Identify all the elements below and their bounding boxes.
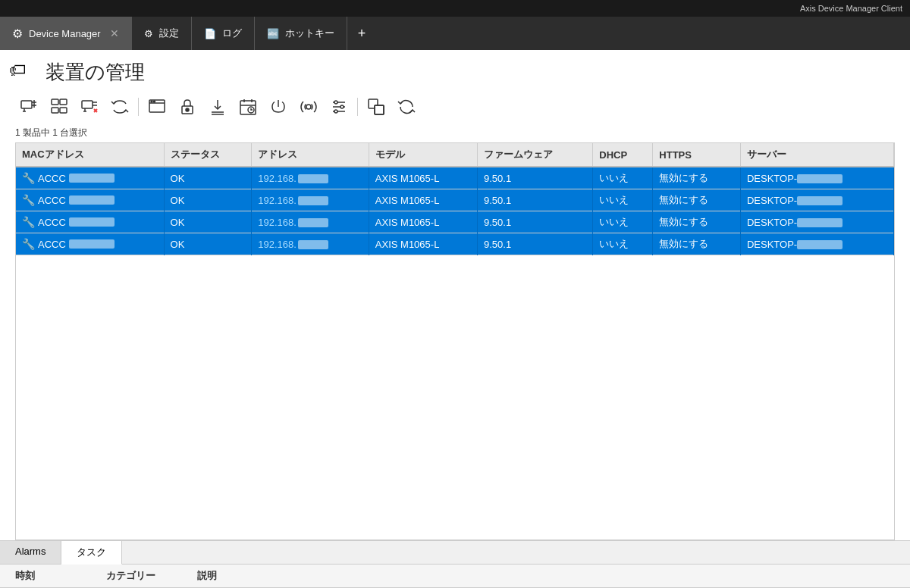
col-https: HTTPS [653,143,741,167]
table-row[interactable]: 🔧 ACCCOK192.168.AXIS M1065-L9.50.1いいえ無効に… [16,211,894,233]
svg-rect-10 [82,101,93,108]
log-icon: 📄 [204,28,216,39]
cell-https: 無効にする [653,167,741,189]
tab-hotkey[interactable]: 🔤 ホットキー [255,17,347,50]
toolbar [0,95,910,125]
bottom-panel: Alarms タスク 時刻 カテゴリー 説明 [0,540,910,588]
tab-bar: ⚙ Device Manager ✕ ⚙ 設定 📄 ログ 🔤 ホットキー + [0,17,910,50]
svg-point-36 [334,110,337,113]
cell-status: OK [164,233,252,255]
cell-model: AXIS M1065-L [369,211,477,233]
col-model: モデル [369,143,477,167]
svg-rect-6 [52,99,58,105]
tag-icon: 🏷 [9,61,26,80]
device-manager-icon: ⚙ [12,27,23,41]
firmware-button[interactable] [295,95,322,119]
device-table[interactable]: MACアドレス ステータス アドレス モデル ファームウェア DHCP HTTP… [15,142,895,540]
svg-point-30 [306,105,311,109]
cell-address: 192.168. [252,167,369,189]
tab-tasks[interactable]: タスク [61,541,122,565]
svg-rect-9 [60,108,67,113]
bottom-header: 時刻 カテゴリー 説明 [0,565,910,588]
col-status: ステータス [164,143,252,167]
cell-status: OK [164,211,252,233]
tab-close-button[interactable]: ✕ [110,27,119,39]
svg-rect-0 [21,101,32,108]
cell-status: OK [164,167,252,189]
cell-https: 無効にする [653,211,741,233]
refresh-button[interactable] [393,95,420,119]
table-row[interactable]: 🔧 ACCCOK192.168.AXIS M1065-L9.50.1いいえ無効に… [16,167,894,189]
col-dhcp: DHCP [593,143,653,167]
bottom-content: 時刻 カテゴリー 説明 [0,565,910,588]
cell-mac: 🔧 ACCC [16,167,164,189]
install-button[interactable] [204,95,231,119]
add-tab-button[interactable]: + [347,17,377,50]
cell-firmware: 9.50.1 [478,233,593,255]
bottom-col-description: 説明 [182,569,273,583]
tab-log-label: ログ [222,27,242,40]
settings-icon: ⚙ [144,28,153,39]
table-body: 🔧 ACCCOK192.168.AXIS M1065-L9.50.1いいえ無効に… [16,167,894,255]
config-button[interactable] [325,95,353,119]
selection-info: 1 製品中 1 台選択 [0,125,910,142]
bottom-col-time: 時刻 [0,569,91,583]
col-mac: MACアドレス [16,143,164,167]
col-firmware: ファームウェア [478,143,593,167]
cell-https: 無効にする [653,233,741,255]
table-row[interactable]: 🔧 ACCCOK192.168.AXIS M1065-L9.50.1いいえ無効に… [16,233,894,255]
cell-model: AXIS M1065-L [369,167,477,189]
export-button[interactable] [362,95,390,119]
tab-log[interactable]: 📄 ログ [192,17,255,50]
lock-button[interactable] [174,95,201,119]
svg-point-20 [154,101,155,102]
cell-address: 192.168. [252,189,369,211]
title-bar: Axis Device Manager Client [0,0,910,17]
cell-dhcp: いいえ [593,167,653,189]
cell-firmware: 9.50.1 [478,211,593,233]
cell-dhcp: いいえ [593,189,653,211]
cell-mac: 🔧 ACCC [16,189,164,211]
col-server: サーバー [740,143,893,167]
sync-button[interactable] [106,95,133,119]
app-name-label: Axis Device Manager Client [800,4,902,13]
tab-settings[interactable]: ⚙ 設定 [132,17,192,50]
col-address: アドレス [252,143,369,167]
svg-rect-38 [375,105,384,114]
filter-button[interactable] [76,95,103,119]
page-header: 🏷 装置の管理 [0,50,910,95]
cell-dhcp: いいえ [593,211,653,233]
group-button[interactable] [46,95,73,119]
cell-address: 192.168. [252,211,369,233]
hotkey-icon: 🔤 [267,28,279,39]
svg-point-22 [186,108,189,111]
add-device-button[interactable] [15,95,42,119]
cell-mac: 🔧 ACCC [16,211,164,233]
cell-dhcp: いいえ [593,233,653,255]
cell-server: DESKTOP- [740,189,893,211]
svg-rect-8 [52,108,58,113]
separator-1 [138,98,139,116]
web-page-button[interactable] [143,95,171,119]
devices-list: MACアドレス ステータス アドレス モデル ファームウェア DHCP HTTP… [16,143,894,255]
cell-firmware: 9.50.1 [478,167,593,189]
schedule-button[interactable] [234,95,262,119]
bottom-tabs: Alarms タスク [0,541,910,565]
power-button[interactable] [265,95,292,119]
tab-settings-label: 設定 [159,27,179,40]
tab-alarms[interactable]: Alarms [0,541,61,564]
tab-hotkey-label: ホットキー [285,27,334,40]
cell-status: OK [164,189,252,211]
table-header: MACアドレス ステータス アドレス モデル ファームウェア DHCP HTTP… [16,143,894,167]
bottom-col-category: カテゴリー [91,569,182,583]
cell-mac: 🔧 ACCC [16,233,164,255]
svg-rect-7 [60,99,67,105]
cell-server: DESKTOP- [740,233,893,255]
tab-device-manager[interactable]: ⚙ Device Manager ✕ [0,17,132,50]
tab-device-manager-label: Device Manager [29,28,101,39]
cell-model: AXIS M1065-L [369,233,477,255]
cell-firmware: 9.50.1 [478,189,593,211]
svg-point-19 [151,101,152,102]
table-row[interactable]: 🔧 ACCCOK192.168.AXIS M1065-L9.50.1いいえ無効に… [16,189,894,211]
cell-server: DESKTOP- [740,211,893,233]
